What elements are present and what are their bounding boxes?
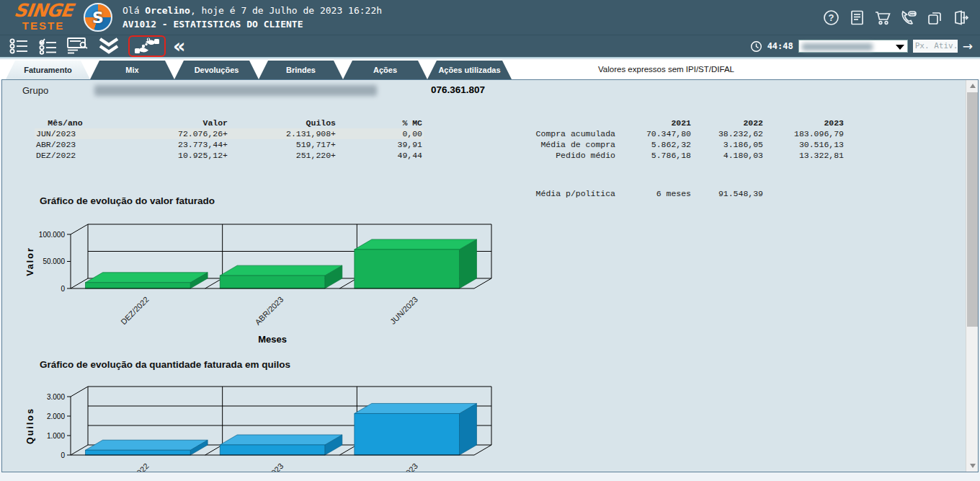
media-politica-cell: 6 meses: [617, 188, 692, 199]
tab-brindes[interactable]: Brindes: [259, 61, 343, 79]
summary-value: 3.186,05: [692, 139, 765, 150]
table-cell: 49,44: [337, 150, 424, 161]
app-header: SINGE TESTE S Olá Orcelino, hoje é 7 de …: [0, 0, 980, 35]
app-logo[interactable]: SINGE TESTE: [7, 2, 79, 32]
double-chevron-down-icon[interactable]: [98, 37, 120, 56]
table-row[interactable]: JUN/202372.076,26+2.131,908+0,00: [35, 128, 424, 139]
table-cell: 72.076,26+: [96, 128, 229, 139]
table-row[interactable]: ABR/202323.773,44+519,717+39,91: [35, 139, 424, 150]
summary-value: 30.516,13: [765, 139, 845, 150]
table-cell: DEZ/2022: [35, 150, 96, 161]
copy-pages-icon[interactable]: [925, 8, 944, 27]
tab-acoes[interactable]: Ações: [343, 61, 427, 79]
logo-line1: SINGE: [6, 2, 80, 19]
quilos-chart: DEZ/2022ABR/2023JUN/202301.0002.0003.000…: [15, 386, 520, 472]
header-icon-bar: ?: [821, 8, 970, 27]
summary-row: Pedido médio5.786,184.180,0313.322,81: [509, 150, 845, 161]
y-tick-label: 100.000: [39, 231, 66, 239]
y-axis-title: Valor: [25, 247, 35, 276]
content-panel: Grupo 076.361.807 Mês/anoValorQuilos% MC…: [1, 79, 979, 472]
header-texts: Olá Orcelino, hoje é 7 de Julho de 2023 …: [122, 4, 382, 31]
hands-exchange-icon[interactable]: [134, 37, 160, 55]
x-tick-label: DEZ/2022: [119, 295, 151, 327]
toolbar: « 44:48 Px. Ativ. →: [0, 35, 980, 58]
tax-note: Valores expressos sem IPI/ST/DIFAL: [598, 65, 734, 74]
document-icon[interactable]: [847, 8, 866, 27]
x-tick-label: DEZ/2022: [119, 462, 151, 472]
exit-door-icon[interactable]: [951, 8, 970, 27]
year-header: 2023: [765, 118, 845, 128]
year-header: 2022: [692, 118, 765, 128]
tab-devolucoes[interactable]: Devoluções: [174, 61, 259, 79]
column-header: Quilos: [229, 118, 337, 128]
svg-text:?: ?: [828, 12, 834, 23]
group-label: Grupo: [22, 85, 48, 96]
table-cell: 519,717+: [229, 139, 337, 150]
logo-line2: TESTE: [7, 19, 79, 32]
quilos-chart-title: Gráfico de evolução da quantidade fatura…: [40, 359, 290, 370]
scroll-up-icon[interactable]: [966, 80, 979, 92]
phone-chat-icon[interactable]: [899, 8, 918, 27]
tab-mix[interactable]: Mix: [90, 61, 174, 79]
screen-title: AV1012 - ESTATISTICAS DO CLIENTE: [122, 17, 382, 31]
tab-bar: Faturamento Mix Devoluções Brindes Ações…: [0, 60, 980, 79]
column-header: Mês/ano: [35, 118, 96, 128]
summary-label: Média de compra: [509, 139, 617, 150]
scroll-down-icon[interactable]: [966, 460, 979, 472]
px-ativ-field[interactable]: Px. Ativ.: [913, 40, 958, 53]
y-axis-title: Quilos: [25, 407, 35, 444]
toolbar-right: 44:48 Px. Ativ. →: [750, 39, 973, 53]
go-arrow-icon[interactable]: →: [963, 39, 973, 53]
greeting-text: Olá Orcelino, hoje é 7 de Julho de 2023 …: [122, 4, 382, 17]
summary-value: 5.862,32: [617, 139, 692, 150]
media-politica-cell: [765, 188, 845, 199]
tab-acoes-utilizadas[interactable]: Ações utilizadas: [427, 61, 512, 79]
valor-chart-title: Gráfico de evolução do valor faturado: [40, 195, 215, 206]
summary-label: Compra acumulada: [509, 128, 617, 139]
media-politica-row: Média p/política6 meses91.548,39: [509, 188, 845, 199]
x-tick-label: JUN/2023: [388, 295, 419, 326]
summary-value: 4.180,03: [692, 150, 765, 161]
logo-letter: S: [92, 9, 104, 27]
table-cell: 2.131,908+: [229, 128, 337, 139]
client-select[interactable]: [798, 40, 908, 53]
x-tick-label: ABR/2023: [253, 462, 285, 472]
table-cell: 0,00: [337, 128, 424, 139]
help-icon[interactable]: ?: [821, 8, 840, 27]
session-timer: 44:48: [767, 41, 793, 51]
cart-icon[interactable]: [873, 8, 892, 27]
vertical-scrollbar[interactable]: [966, 80, 978, 472]
table-header-row: Mês/anoValorQuilos% MC: [35, 118, 424, 128]
media-politica: Média p/política6 meses91.548,39: [509, 188, 845, 199]
year-header-row: 202120222023: [509, 118, 845, 128]
table-cell: ABR/2023: [35, 139, 96, 150]
summary-value: 38.232,62: [692, 128, 765, 139]
hands-exchange-highlight[interactable]: [128, 35, 166, 57]
summary-value: 183.096,79: [765, 128, 845, 139]
checklist-icon[interactable]: [37, 37, 58, 56]
summary-row: Média de compra5.862,323.186,0530.516,13: [509, 139, 845, 150]
logo-badge-icon: S: [84, 3, 112, 32]
double-chevron-left-icon[interactable]: «: [173, 37, 185, 56]
summary-table: 202120222023Compra acumulada70.347,8038.…: [509, 118, 845, 161]
valor-chart: DEZ/2022ABR/2023JUN/2023050.000100.000Va…: [15, 219, 520, 354]
table-cell: 23.773,44+: [96, 139, 229, 150]
summary-value: 5.786,18: [617, 150, 692, 161]
scrollbar-thumb[interactable]: [967, 92, 978, 327]
x-axis-title: Meses: [258, 334, 287, 345]
y-tick-label: 1.000: [47, 432, 65, 440]
tab-faturamento[interactable]: Faturamento: [6, 61, 90, 79]
table-row[interactable]: DEZ/202210.925,12+251,220+49,44: [35, 150, 424, 161]
y-tick-label: 0: [61, 285, 65, 293]
y-tick-label: 2.000: [47, 412, 65, 420]
list-records-icon[interactable]: [9, 37, 29, 56]
group-code: 076.361.807: [431, 84, 485, 95]
dropdown-arrow-icon: [896, 45, 904, 50]
y-tick-label: 0: [61, 451, 65, 459]
x-tick-label: ABR/2023: [253, 295, 285, 327]
client-name-redacted: [802, 43, 873, 50]
table-cell: 10.925,12+: [96, 150, 229, 161]
screen-search-icon[interactable]: [66, 37, 89, 56]
clock-icon: [750, 40, 762, 53]
app-window: SINGE TESTE S Olá Orcelino, hoje é 7 de …: [0, 0, 980, 481]
